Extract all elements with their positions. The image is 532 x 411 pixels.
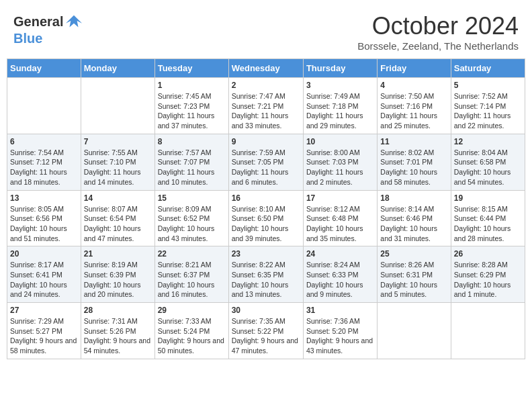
calendar-cell: 23Sunrise: 8:22 AM Sunset: 6:35 PM Dayli… (228, 246, 303, 303)
day-number: 12 (454, 137, 522, 146)
svg-marker-0 (66, 15, 82, 28)
day-info: Sunrise: 7:50 AM Sunset: 7:16 PM Dayligh… (380, 91, 447, 131)
day-number: 17 (306, 193, 374, 203)
calendar-cell: 20Sunrise: 8:17 AM Sunset: 6:41 PM Dayli… (7, 246, 81, 303)
calendar-cell: 21Sunrise: 8:19 AM Sunset: 6:39 PM Dayli… (81, 246, 154, 303)
day-number: 2 (232, 81, 300, 90)
calendar-cell: 25Sunrise: 8:26 AM Sunset: 6:31 PM Dayli… (378, 246, 451, 303)
calendar-cell: 3Sunrise: 7:49 AM Sunset: 7:18 PM Daylig… (303, 78, 377, 134)
day-info: Sunrise: 8:12 AM Sunset: 6:48 PM Dayligh… (306, 204, 374, 244)
week-row-1: 1Sunrise: 7:45 AM Sunset: 7:23 PM Daylig… (7, 78, 525, 134)
week-row-4: 20Sunrise: 8:17 AM Sunset: 6:41 PM Dayli… (7, 246, 525, 303)
day-info: Sunrise: 8:10 AM Sunset: 6:50 PM Dayligh… (232, 204, 300, 244)
day-info: Sunrise: 8:21 AM Sunset: 6:37 PM Dayligh… (158, 260, 226, 300)
calendar-cell: 6Sunrise: 7:54 AM Sunset: 7:12 PM Daylig… (7, 134, 81, 190)
day-number: 31 (306, 306, 374, 315)
calendar-cell (451, 303, 525, 359)
calendar-cell: 4Sunrise: 7:50 AM Sunset: 7:16 PM Daylig… (378, 78, 451, 134)
calendar-cell: 31Sunrise: 7:36 AM Sunset: 5:20 PM Dayli… (303, 303, 377, 359)
day-number: 24 (306, 249, 374, 259)
calendar-cell: 18Sunrise: 8:14 AM Sunset: 6:46 PM Dayli… (378, 190, 451, 246)
day-info: Sunrise: 8:02 AM Sunset: 7:01 PM Dayligh… (380, 148, 447, 187)
title-block: October 2024 Borssele, Zeeland, The Neth… (357, 12, 519, 52)
calendar-cell: 13Sunrise: 8:05 AM Sunset: 6:56 PM Dayli… (7, 190, 81, 246)
calendar-cell (378, 303, 451, 359)
day-info: Sunrise: 8:17 AM Sunset: 6:41 PM Dayligh… (10, 260, 78, 300)
day-info: Sunrise: 8:09 AM Sunset: 6:52 PM Dayligh… (158, 204, 226, 244)
day-number: 15 (158, 193, 226, 203)
calendar-cell: 2Sunrise: 7:47 AM Sunset: 7:21 PM Daylig… (228, 78, 303, 134)
header-day-sunday: Sunday (7, 59, 81, 78)
day-info: Sunrise: 7:45 AM Sunset: 7:23 PM Dayligh… (158, 91, 226, 131)
logo-blue-text: Blue (13, 31, 42, 46)
day-info: Sunrise: 7:33 AM Sunset: 5:24 PM Dayligh… (158, 316, 226, 356)
week-row-5: 27Sunrise: 7:29 AM Sunset: 5:27 PM Dayli… (7, 303, 525, 359)
day-info: Sunrise: 7:57 AM Sunset: 7:07 PM Dayligh… (158, 148, 226, 187)
day-number: 16 (232, 193, 300, 203)
day-info: Sunrise: 7:52 AM Sunset: 7:14 PM Dayligh… (454, 91, 522, 131)
day-number: 30 (232, 306, 300, 315)
day-number: 7 (84, 137, 152, 146)
day-info: Sunrise: 7:54 AM Sunset: 7:12 PM Dayligh… (10, 148, 78, 187)
logo-general-text: General (13, 14, 63, 30)
day-number: 4 (380, 81, 447, 90)
day-info: Sunrise: 7:35 AM Sunset: 5:22 PM Dayligh… (232, 316, 300, 356)
day-info: Sunrise: 8:04 AM Sunset: 6:58 PM Dayligh… (454, 148, 522, 187)
day-number: 19 (454, 193, 522, 203)
page-header: General Blue October 2024 Borssele, Zeel… (7, 7, 525, 55)
calendar-cell: 27Sunrise: 7:29 AM Sunset: 5:27 PM Dayli… (7, 303, 81, 359)
calendar-cell (81, 78, 154, 134)
day-info: Sunrise: 7:49 AM Sunset: 7:18 PM Dayligh… (306, 91, 374, 131)
day-number: 3 (306, 81, 374, 90)
calendar-cell: 9Sunrise: 7:59 AM Sunset: 7:05 PM Daylig… (228, 134, 303, 190)
calendar-cell: 10Sunrise: 8:00 AM Sunset: 7:03 PM Dayli… (303, 134, 377, 190)
calendar-cell: 30Sunrise: 7:35 AM Sunset: 5:22 PM Dayli… (228, 303, 303, 359)
day-number: 13 (10, 193, 78, 203)
calendar-table: SundayMondayTuesdayWednesdayThursdayFrid… (7, 58, 525, 359)
day-info: Sunrise: 8:19 AM Sunset: 6:39 PM Dayligh… (84, 260, 152, 300)
calendar-cell: 17Sunrise: 8:12 AM Sunset: 6:48 PM Dayli… (303, 190, 377, 246)
day-number: 25 (380, 249, 447, 259)
calendar-cell (7, 78, 81, 134)
calendar-body: 1Sunrise: 7:45 AM Sunset: 7:23 PM Daylig… (7, 78, 525, 359)
day-number: 23 (232, 249, 300, 259)
day-number: 29 (158, 306, 226, 315)
calendar-cell: 22Sunrise: 8:21 AM Sunset: 6:37 PM Dayli… (154, 246, 228, 303)
calendar-cell: 5Sunrise: 7:52 AM Sunset: 7:14 PM Daylig… (451, 78, 525, 134)
day-info: Sunrise: 8:22 AM Sunset: 6:35 PM Dayligh… (232, 260, 300, 300)
day-number: 14 (84, 193, 152, 203)
day-number: 22 (158, 249, 226, 259)
day-number: 1 (158, 81, 226, 90)
calendar-cell: 8Sunrise: 7:57 AM Sunset: 7:07 PM Daylig… (154, 134, 228, 190)
day-info: Sunrise: 8:24 AM Sunset: 6:33 PM Dayligh… (306, 260, 374, 300)
calendar-cell: 15Sunrise: 8:09 AM Sunset: 6:52 PM Dayli… (154, 190, 228, 246)
calendar-header: SundayMondayTuesdayWednesdayThursdayFrid… (7, 59, 525, 78)
day-number: 27 (10, 306, 78, 315)
calendar-cell: 7Sunrise: 7:55 AM Sunset: 7:10 PM Daylig… (81, 134, 154, 190)
day-number: 28 (84, 306, 152, 315)
header-day-thursday: Thursday (303, 59, 377, 78)
day-number: 18 (380, 193, 447, 203)
day-info: Sunrise: 7:36 AM Sunset: 5:20 PM Dayligh… (306, 316, 374, 356)
day-info: Sunrise: 7:47 AM Sunset: 7:21 PM Dayligh… (232, 91, 300, 131)
logo: General Blue (13, 12, 83, 46)
day-info: Sunrise: 7:59 AM Sunset: 7:05 PM Dayligh… (232, 148, 300, 187)
day-info: Sunrise: 8:28 AM Sunset: 6:29 PM Dayligh… (454, 260, 522, 300)
calendar-cell: 24Sunrise: 8:24 AM Sunset: 6:33 PM Dayli… (303, 246, 377, 303)
header-day-tuesday: Tuesday (154, 59, 228, 78)
calendar-cell: 11Sunrise: 8:02 AM Sunset: 7:01 PM Dayli… (378, 134, 451, 190)
calendar-cell: 1Sunrise: 7:45 AM Sunset: 7:23 PM Daylig… (154, 78, 228, 134)
week-row-3: 13Sunrise: 8:05 AM Sunset: 6:56 PM Dayli… (7, 190, 525, 246)
calendar-cell: 28Sunrise: 7:31 AM Sunset: 5:26 PM Dayli… (81, 303, 154, 359)
header-row: SundayMondayTuesdayWednesdayThursdayFrid… (7, 59, 525, 78)
day-number: 5 (454, 81, 522, 90)
day-info: Sunrise: 8:07 AM Sunset: 6:54 PM Dayligh… (84, 204, 152, 244)
day-number: 10 (306, 137, 374, 146)
header-day-saturday: Saturday (451, 59, 525, 78)
day-info: Sunrise: 8:14 AM Sunset: 6:46 PM Dayligh… (380, 204, 447, 244)
header-day-monday: Monday (81, 59, 154, 78)
day-number: 8 (158, 137, 226, 146)
day-number: 20 (10, 249, 78, 259)
day-number: 21 (84, 249, 152, 259)
day-number: 6 (10, 137, 78, 146)
